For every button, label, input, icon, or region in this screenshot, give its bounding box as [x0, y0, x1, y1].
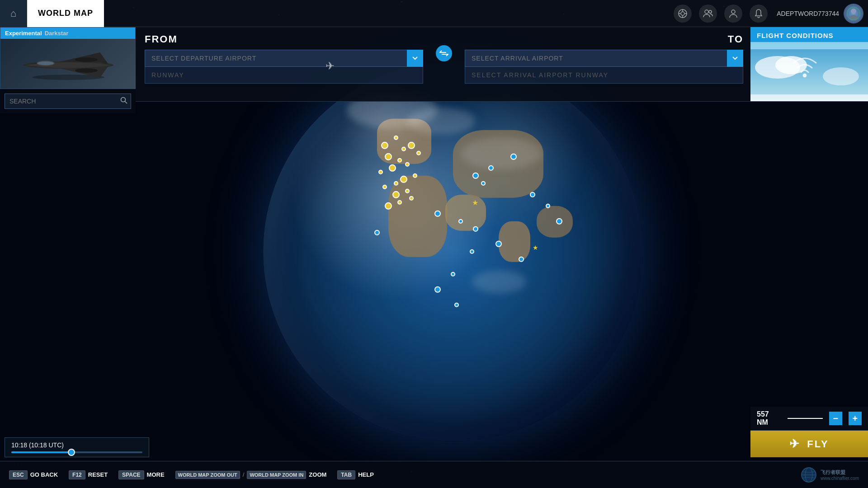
departure-airport-input[interactable]: [145, 50, 407, 67]
airport-marker[interactable]: [397, 158, 402, 163]
airport-marker[interactable]: [405, 188, 410, 193]
airport-marker[interactable]: [451, 272, 455, 277]
airport-marker[interactable]: [510, 154, 517, 160]
community-icon-button[interactable]: [699, 5, 717, 23]
more-shortcut: SPACE MORE: [118, 470, 164, 479]
zoom-out-key: WORLD MAP ZOOM OUT: [175, 471, 240, 479]
fly-icon: ✈: [789, 437, 801, 451]
distance-label: 557 NM: [757, 410, 781, 427]
arrival-dropdown-arrow[interactable]: [727, 50, 743, 67]
arrival-runway-label: SELECT ARRIVAL AIRPORT RUNWAY: [472, 71, 609, 79]
distance-line: [788, 418, 823, 419]
f12-key: F12: [69, 470, 85, 479]
time-display: 10:18 (10:18 UTC): [11, 441, 142, 449]
airport-marker[interactable]: [382, 185, 387, 189]
zoom-in-button[interactable]: +: [849, 412, 862, 425]
departure-runway-field: RUNWAY: [145, 67, 423, 84]
swap-airports-button[interactable]: [436, 45, 452, 61]
airport-marker[interactable]: [378, 169, 383, 174]
airport-marker[interactable]: [481, 181, 486, 186]
arrival-airport-input[interactable]: [465, 50, 727, 67]
profile-icon-button[interactable]: [724, 5, 742, 23]
airport-marker[interactable]: [413, 174, 417, 178]
airport-marker[interactable]: [400, 176, 407, 183]
airport-marker[interactable]: [546, 204, 550, 208]
airport-marker[interactable]: [530, 192, 535, 197]
home-button[interactable]: ⌂: [0, 0, 27, 27]
zoom-out-shortcut: WORLD MAP ZOOM OUT / WORLD MAP ZOOM IN Z…: [175, 471, 327, 479]
help-action: HELP: [358, 471, 374, 478]
airport-marker[interactable]: [408, 142, 415, 149]
swap-button-col: [430, 27, 458, 101]
svg-point-6: [705, 10, 708, 14]
airport-marker[interactable]: [488, 165, 494, 171]
aircraft-silhouette: [9, 43, 127, 84]
globe-container: ★ ★: [263, 62, 643, 441]
aircraft-card: Experimental Darkstar: [0, 27, 136, 89]
airport-marker[interactable]: [454, 302, 459, 307]
username-area: ADEPTWORD773744: [777, 4, 868, 23]
airport-marker[interactable]: [374, 230, 380, 235]
from-label: FROM: [145, 33, 423, 45]
airport-marker[interactable]: [556, 218, 562, 225]
airport-marker[interactable]: [385, 202, 392, 210]
airport-marker[interactable]: [392, 191, 400, 198]
airport-marker[interactable]: [434, 211, 441, 217]
more-action: MORE: [147, 471, 165, 478]
india-landmass: [499, 221, 530, 262]
aircraft-name: Darkstar: [45, 30, 69, 37]
globe[interactable]: ★ ★: [263, 62, 643, 441]
avatar[interactable]: [844, 4, 863, 23]
topbar: ⌂ WORLD MAP: [0, 0, 868, 27]
slider-thumb[interactable]: [68, 449, 75, 456]
airport-marker[interactable]: [397, 200, 402, 205]
search-icon[interactable]: [120, 97, 127, 106]
zoom-action: ZOOM: [309, 471, 326, 478]
departure-dropdown-arrow[interactable]: [407, 50, 423, 67]
help-shortcut: TAB HELP: [337, 470, 373, 479]
reset-shortcut: F12 RESET: [69, 470, 108, 479]
zoom-in-key: WORLD MAP ZOOM IN: [247, 471, 306, 479]
cloud-3: [472, 271, 526, 293]
go-back-shortcut: ESC GO BACK: [9, 470, 58, 479]
cloud-2: [407, 108, 475, 135]
airport-marker[interactable]: [394, 181, 398, 186]
airport-marker[interactable]: [401, 147, 406, 151]
flight-conditions-image[interactable]: [750, 42, 868, 101]
svg-point-8: [731, 10, 735, 14]
airport-marker[interactable]: [381, 142, 388, 149]
airport-marker[interactable]: [385, 153, 392, 160]
airport-marker[interactable]: [405, 162, 410, 167]
to-section: TO SELECT ARRIVAL AIRPORT RUNWAY: [458, 27, 750, 101]
airport-marker[interactable]: [470, 249, 474, 254]
notification-icon-button[interactable]: [750, 5, 768, 23]
airport-marker[interactable]: [473, 226, 478, 231]
esc-key: ESC: [9, 470, 28, 479]
tab-key: TAB: [337, 470, 355, 479]
airport-marker[interactable]: [416, 150, 421, 155]
arrival-runway-field: SELECT ARRIVAL AIRPORT RUNWAY: [465, 67, 743, 84]
special-marker[interactable]: ★: [533, 244, 538, 251]
fly-button[interactable]: ✈ FLY: [750, 431, 868, 457]
target-icon-button[interactable]: [674, 5, 692, 23]
search-input[interactable]: [5, 94, 131, 109]
svg-point-16: [38, 61, 54, 65]
zoom-out-button[interactable]: −: [829, 412, 842, 425]
airport-marker[interactable]: [394, 136, 398, 140]
airport-marker[interactable]: [458, 219, 463, 224]
space-key: SPACE: [118, 470, 144, 479]
svg-point-18: [75, 68, 98, 73]
airport-marker[interactable]: [389, 164, 396, 172]
airport-marker[interactable]: [472, 173, 479, 179]
airport-marker[interactable]: [519, 257, 524, 262]
flight-panel: FROM RUNWAY TO SELECT ARRIVAL AIRPORT RU…: [136, 27, 868, 102]
topbar-icons: [665, 5, 777, 23]
airport-marker[interactable]: [434, 286, 441, 293]
airport-marker[interactable]: [409, 196, 414, 201]
airport-marker[interactable]: [495, 241, 502, 247]
username-label: ADEPTWORD773744: [777, 10, 839, 17]
to-label: TO: [465, 33, 743, 45]
special-marker[interactable]: ★: [472, 198, 478, 207]
middle-east-landmass: [445, 195, 486, 231]
time-slider-track[interactable]: [11, 451, 142, 453]
